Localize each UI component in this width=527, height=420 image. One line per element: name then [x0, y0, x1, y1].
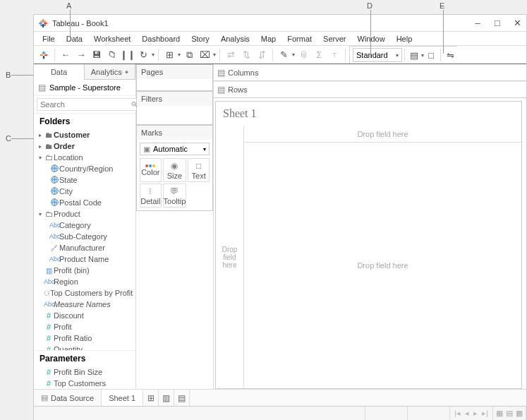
search-icon: 🔍︎ — [131, 100, 138, 109]
duplicate-icon[interactable]: ⧉ — [182, 48, 196, 62]
new-dashboard-button[interactable]: ▥ — [159, 390, 174, 406]
tableau-start-icon[interactable] — [37, 48, 51, 62]
group-icon[interactable]: 📎︎ — [296, 48, 310, 62]
folder-order[interactable]: ▸ 🖿︎ Order — [34, 140, 135, 152]
clear-dropdown-icon[interactable]: ▾ — [213, 52, 216, 58]
fields-scroll[interactable]: ▸ 🖿︎ Customer ▸ 🖿︎ Order ▾ 🗀︎ Location — [34, 129, 135, 350]
callout-b: B — [6, 71, 11, 79]
field-region[interactable]: AbcRegion — [34, 276, 135, 287]
field-sub-category[interactable]: AbcSub-Category — [34, 231, 135, 242]
highlight-dropdown-icon[interactable]: ▾ — [292, 52, 295, 58]
menu-format[interactable]: Format — [281, 33, 317, 44]
abc-icon: Abc — [49, 222, 59, 229]
tab-analytics[interactable]: Analytics● — [85, 64, 135, 80]
menu-file[interactable]: File — [37, 33, 61, 44]
filters-card[interactable]: Filters — [136, 91, 213, 125]
field-city[interactable]: 🌐︎City — [34, 186, 135, 197]
field-country-region[interactable]: 🌐︎Country/Region — [34, 163, 135, 174]
tab-data-source[interactable]: ▤Data Source — [34, 390, 102, 406]
field-product-name[interactable]: AbcProduct Name — [34, 253, 135, 265]
folder-product[interactable]: ▾ 🗀︎ Product — [34, 208, 135, 220]
menu-data[interactable]: Data — [61, 33, 88, 44]
share-icon[interactable]: ⇋ — [443, 48, 457, 62]
presentation-icon[interactable]: □ — [424, 48, 438, 62]
menu-help[interactable]: Help — [391, 33, 418, 44]
param-top-customers[interactable]: #Top Customers — [34, 378, 135, 389]
columns-shelf[interactable]: ▤Columns — [214, 64, 526, 81]
window-maximize-button[interactable]: □ — [492, 18, 502, 28]
sort-asc-icon[interactable]: ⇅ — [239, 48, 253, 62]
nav-first-icon[interactable]: |◂ — [454, 409, 461, 418]
totals-icon[interactable]: Ʃ — [312, 48, 326, 62]
nav-last-icon[interactable]: ▸| — [482, 409, 488, 418]
menu-analysis[interactable]: Analysis — [215, 33, 255, 44]
field-profit[interactable]: #Profit — [34, 321, 135, 332]
grid-view-icon[interactable]: ▦ — [496, 409, 503, 418]
field-discount[interactable]: #Discount — [34, 310, 135, 321]
field-top-customers[interactable]: ⚆Top Customers by Profit — [34, 287, 135, 299]
marks-detail-button[interactable]: ⁝Detail — [140, 184, 162, 208]
sort-view-icon[interactable]: ▩ — [516, 409, 523, 418]
save-icon[interactable]: 💾︎ — [90, 48, 104, 62]
search-input[interactable] — [37, 98, 141, 111]
menu-worksheet[interactable]: Worksheet — [88, 33, 136, 44]
clear-icon[interactable]: ⌧ — [198, 48, 212, 62]
menu-server[interactable]: Server — [317, 33, 351, 44]
marks-type-select[interactable]: ▣Automatic ▾ — [140, 143, 210, 155]
new-worksheet-button[interactable]: ⊞ — [143, 390, 159, 406]
sort-desc-icon[interactable]: ⇵ — [255, 48, 269, 62]
redo-icon[interactable]: → — [74, 48, 88, 62]
window-close-button[interactable]: ✕ — [512, 18, 522, 28]
marks-text-button[interactable]: □Text — [188, 158, 210, 182]
swap-icon[interactable]: ⇄ — [224, 48, 238, 62]
window-minimize-button[interactable]: – — [473, 18, 483, 28]
field-category[interactable]: AbcCategory — [34, 220, 135, 231]
status-bar: |◂ ◂ ▸ ▸| ▦ ▤ ▩ — [34, 406, 526, 420]
pause-icon[interactable]: ❙❙ — [121, 48, 135, 62]
tab-data[interactable]: Data — [34, 64, 85, 80]
row-drop-zone[interactable]: Drop field here — [216, 126, 244, 388]
menu-window[interactable]: Window — [352, 33, 391, 44]
new-sheet-icon[interactable]: ⊞ — [162, 48, 176, 62]
field-state[interactable]: 🌐︎State — [34, 174, 135, 186]
field-postal-code[interactable]: 🌐︎Postal Code — [34, 197, 135, 208]
svg-rect-11 — [44, 54, 47, 55]
refresh-dropdown-icon[interactable]: ▾ — [152, 52, 155, 58]
datasource-label: Sample - Superstore — [49, 83, 121, 92]
menu-story[interactable]: Story — [186, 33, 215, 44]
nav-next-icon[interactable]: ▸ — [473, 409, 478, 418]
abc-icon: Abc — [44, 278, 54, 285]
menu-dashboard[interactable]: Dashboard — [136, 33, 186, 44]
undo-icon[interactable]: ← — [59, 48, 73, 62]
field-quantity[interactable]: #Quantity — [34, 344, 135, 350]
rows-shelf[interactable]: ▤Rows — [214, 81, 526, 98]
folder-customer[interactable]: ▸ 🖿︎ Customer — [34, 129, 135, 140]
datasource-row[interactable]: ▤ Sample - Superstore — [34, 80, 135, 96]
new-story-button[interactable]: ▤ — [174, 390, 190, 406]
column-drop-zone[interactable]: Drop field here — [244, 126, 521, 143]
folder-location[interactable]: ▾ 🗀︎ Location — [34, 152, 135, 163]
show-cards-icon[interactable]: ▤ — [407, 48, 421, 62]
marks-tooltip-button[interactable]: 💬︎Tooltip — [163, 184, 187, 208]
new-datasource-icon[interactable]: 📁︎ — [105, 48, 119, 62]
param-profit-bin-size[interactable]: #Profit Bin Size — [34, 366, 135, 378]
pages-card[interactable]: Pages — [136, 64, 213, 91]
abc-icon[interactable]: T — [327, 48, 341, 62]
refresh-icon[interactable]: ↻ — [136, 48, 150, 62]
field-profit-bin[interactable]: ▥Profit (bin) — [34, 265, 135, 276]
highlight-icon[interactable]: ✎ — [277, 48, 291, 62]
list-view-icon[interactable]: ▤ — [506, 409, 513, 418]
marks-size-button[interactable]: ◉Size — [163, 158, 187, 182]
field-manufacturer[interactable]: 🔗︎Manufacturer — [34, 242, 135, 253]
field-measure-names[interactable]: AbcMeasure Names — [34, 299, 135, 310]
main-drop-zone[interactable]: Drop field here — [244, 143, 521, 388]
fit-select[interactable]: Standard ▾ — [353, 48, 402, 62]
nav-prev-icon[interactable]: ◂ — [465, 409, 469, 418]
menu-map[interactable]: Map — [255, 33, 281, 44]
sheet-title[interactable]: Sheet 1 — [216, 102, 521, 126]
new-sheet-dropdown-icon[interactable]: ▾ — [178, 52, 181, 58]
help-icon: ● — [125, 68, 128, 76]
field-profit-ratio[interactable]: #Profit Ratio — [34, 332, 135, 344]
tab-sheet-1[interactable]: Sheet 1 — [102, 390, 143, 406]
marks-color-button[interactable]: Color — [140, 158, 162, 182]
